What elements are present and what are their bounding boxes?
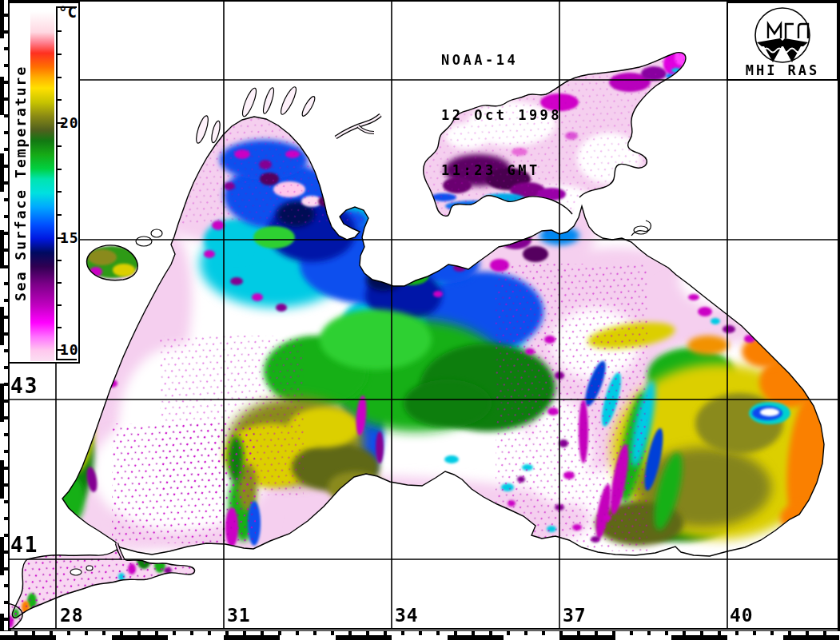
colorbar-axis xyxy=(54,3,78,362)
black-sea-map xyxy=(0,0,840,640)
colorbar-tick-10: 10 xyxy=(60,341,79,358)
image-annotation: NOAA-14 12 Oct 1998 11:23 GMT xyxy=(441,14,562,217)
lon-label-34: 34 xyxy=(395,605,419,626)
colorbar-gradient xyxy=(30,11,54,361)
colorbar-tick-15: 15 xyxy=(60,229,79,246)
institute-logo: MHI RAS xyxy=(727,2,838,81)
institute-name: MHI RAS xyxy=(728,62,837,78)
colorbar-tick-20: 20 xyxy=(60,114,79,131)
image-time: 11:23 GMT xyxy=(441,161,562,180)
sst-map-page: Sea Surface Temperature °C 20 15 10 xyxy=(0,0,840,640)
lon-label-37: 37 xyxy=(563,605,587,626)
satellite-name: NOAA-14 xyxy=(441,51,562,70)
dnieper-estuary xyxy=(336,115,380,137)
lat-label-41: 41 xyxy=(10,533,38,557)
lat-label-43: 43 xyxy=(10,374,38,398)
colorbar-title: Sea Surface Temperature xyxy=(10,11,30,355)
colorbar-unit: °C xyxy=(58,3,77,21)
lon-label-31: 31 xyxy=(227,605,251,626)
frame-bottom xyxy=(8,628,840,630)
lon-label-28: 28 xyxy=(60,605,84,626)
colorbar-panel: Sea Surface Temperature °C 20 15 10 xyxy=(8,2,80,364)
frame-top xyxy=(0,0,840,2)
image-date: 12 Oct 1998 xyxy=(441,106,562,125)
lon-label-40: 40 xyxy=(730,605,754,626)
longitude-ruler xyxy=(0,630,840,640)
